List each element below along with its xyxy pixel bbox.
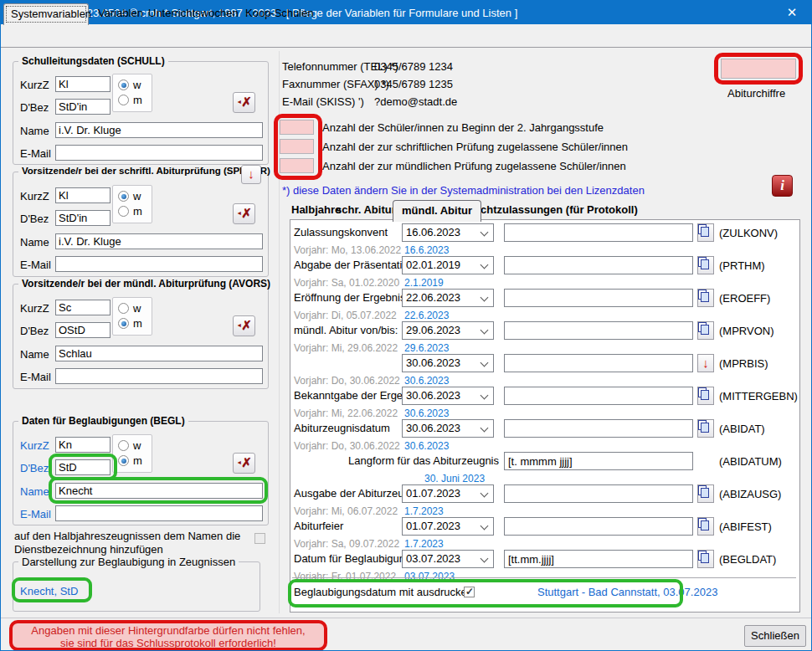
gender-w-label: w <box>133 439 141 452</box>
date-dropdown[interactable]: 30.06.2023 <box>402 387 494 405</box>
name-input[interactable] <box>55 122 263 138</box>
row-text-input[interactable] <box>504 484 693 503</box>
date-dropdown[interactable]: 30.06.2023 <box>402 354 494 372</box>
email-input[interactable] <box>55 256 263 272</box>
row-vorjahr: Vorjahr: Do, 30.06.2022 <box>294 375 400 387</box>
date-dropdown[interactable]: 22.06.2023 <box>402 289 494 307</box>
row-text-input[interactable] <box>504 419 693 438</box>
row-echo: 1.7.2023 <box>404 538 444 550</box>
beglaubigungsdatum-print-label: Beglaubigungsdatum mit ausdrucken <box>294 586 473 598</box>
date-dropdown[interactable]: 02.01.2019 <box>402 256 494 274</box>
gender-radio-m[interactable] <box>118 95 129 105</box>
panel-tab-nichtzulassungen[interactable]: Nichtzulassungen (für Protokoll) <box>470 203 638 216</box>
dbez-input[interactable] <box>55 459 110 475</box>
count-muendlich-input[interactable] <box>280 158 314 173</box>
required-warning-line1: Angaben mit dieser Hintergrundfarbe dürf… <box>13 624 324 637</box>
copy-button[interactable] <box>697 550 714 568</box>
row-text-input[interactable] <box>504 289 693 307</box>
kurzz-input[interactable] <box>55 300 110 315</box>
kurzz-input[interactable] <box>55 76 110 92</box>
clear-icon: ✗ <box>236 455 252 469</box>
date-dropdown[interactable]: 16.06.2023 <box>402 223 494 242</box>
row-text-input[interactable] <box>504 387 693 405</box>
copy-button[interactable] <box>697 387 714 405</box>
row-text-input[interactable] <box>504 223 693 242</box>
clear-button[interactable]: ✗ <box>233 315 255 336</box>
email-label: E-Mail <box>20 147 51 160</box>
main-tab-strip <box>1 24 811 48</box>
app-window: winprosa-2023.0504 © cmh * Stuttgart, 19… <box>0 0 812 651</box>
row-text-input[interactable] <box>504 354 693 372</box>
clear-button[interactable]: ✗ <box>233 453 255 474</box>
darstellung-value: Knecht, StD <box>20 585 78 597</box>
dbez-input[interactable] <box>55 99 110 115</box>
gender-radio-m[interactable] <box>118 455 129 466</box>
gender-radio-w[interactable] <box>118 303 129 314</box>
name-label: Name <box>20 485 49 498</box>
date-dropdown[interactable]: 29.06.2023 <box>402 321 494 340</box>
name-input[interactable] <box>55 233 263 249</box>
date-dropdown[interactable]: 30.06.2023 <box>402 419 494 438</box>
gender-radio-group: w m <box>112 185 152 223</box>
count-begin-j2-input[interactable] <box>280 120 314 135</box>
row-code: (MPRVON) <box>719 325 773 337</box>
date-dropdown[interactable]: 01.07.2023 <box>402 517 494 536</box>
row-text-input[interactable] <box>504 452 693 470</box>
copy-down-button[interactable]: ↓ <box>241 165 261 184</box>
fill-down-button[interactable]: ↓ <box>697 354 714 372</box>
copy-button[interactable] <box>697 321 714 340</box>
kurzz-input[interactable] <box>55 187 110 203</box>
row-text-input[interactable] <box>504 321 693 340</box>
date-dropdown[interactable]: 03.07.2023 <box>402 550 494 568</box>
email-input[interactable] <box>55 505 263 521</box>
row-text-input[interactable] <box>504 550 693 568</box>
gender-radio-w[interactable] <box>118 440 129 451</box>
copy-button[interactable] <box>697 419 714 438</box>
gender-radio-w[interactable] <box>118 79 129 90</box>
gender-radio-m[interactable] <box>118 206 129 217</box>
beglaubigungsdatum-print-checkbox[interactable] <box>464 587 475 597</box>
count-schriftlich-input[interactable] <box>280 139 314 154</box>
gender-radio-w[interactable] <box>118 191 129 202</box>
row-label: Langform für das Abiturzeugnis <box>294 454 499 467</box>
gender-radio-group: w m <box>112 434 152 473</box>
copy-button[interactable] <box>697 484 714 503</box>
row-vorjahr: Vorjahr: Mi, 06.07.2022 <box>294 505 398 517</box>
divider <box>279 51 280 613</box>
clear-button[interactable]: ✗ <box>233 92 255 113</box>
row-text-input[interactable] <box>504 256 693 274</box>
abiturchiffre-input[interactable] <box>721 59 796 79</box>
dienstbezeichnung-checkbox[interactable] <box>254 533 265 544</box>
name-input[interactable] <box>55 483 263 499</box>
panel-tab-schr-abitur[interactable]: schr. Abitur <box>336 203 396 216</box>
row-label: Abiturzeugnisdatum <box>294 422 390 434</box>
email-input[interactable] <box>55 145 263 161</box>
close-icon[interactable]: ✕ <box>773 1 811 24</box>
chevron-down-icon <box>481 424 489 433</box>
copy-button[interactable] <box>697 256 714 274</box>
close-dialog-button[interactable]: Schließen <box>744 625 806 647</box>
tab-unterrichtswochen[interactable]: Unterrichtswochen <box>141 3 245 24</box>
gender-w-label: w <box>133 302 141 315</box>
kurzz-input[interactable] <box>55 437 110 453</box>
gender-radio-m[interactable] <box>118 318 129 329</box>
panel-tab-muendl-abitur[interactable]: mündl. Abitur <box>393 200 481 222</box>
row-code: (PRTHM) <box>719 259 765 272</box>
copy-button[interactable] <box>697 289 714 307</box>
dbez-input[interactable] <box>55 322 110 338</box>
panel-tab-halbjahre[interactable]: Halbjahre <box>291 203 341 216</box>
date-dropdown[interactable]: 01.07.2023 <box>402 484 494 503</box>
tab-koop-schulen[interactable]: Koop-Schulen <box>239 3 321 24</box>
email-input[interactable] <box>55 368 263 384</box>
row-text-input[interactable] <box>504 517 693 536</box>
row-code: (ZULKONV) <box>719 227 778 239</box>
copy-button[interactable] <box>697 223 714 242</box>
name-input[interactable] <box>55 346 263 361</box>
tab-systemvariablen[interactable]: Systemvariablen <box>3 3 89 25</box>
group-darstellung-title: Darstellung zur Beglaubigung in Zeugniss… <box>18 556 239 568</box>
dbez-input[interactable] <box>55 210 110 226</box>
clear-button[interactable]: ✗ <box>233 203 255 224</box>
info-button[interactable]: i <box>772 175 793 197</box>
chevron-down-icon <box>481 359 489 367</box>
copy-button[interactable] <box>697 517 714 536</box>
